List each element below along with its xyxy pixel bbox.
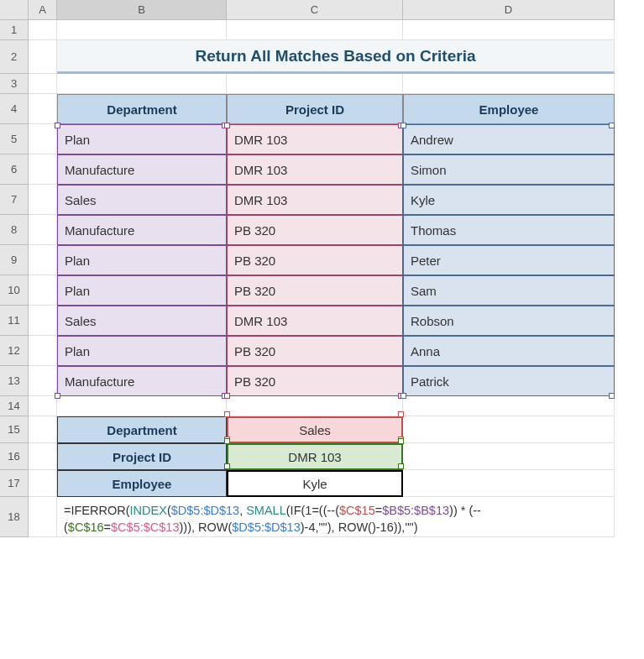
table-cell[interactable]: Sam (403, 275, 615, 306)
table-cell[interactable]: DMR 103 (227, 124, 403, 154)
row-header[interactable]: 11 (0, 306, 29, 336)
selection-handle-icon[interactable] (224, 123, 230, 128)
selection-handle-icon[interactable] (401, 393, 406, 399)
cell[interactable] (29, 94, 57, 124)
cell[interactable] (29, 275, 57, 306)
table-cell[interactable]: Kyle (403, 185, 615, 215)
cell[interactable] (403, 396, 615, 416)
table-cell[interactable]: Patrick (403, 366, 615, 396)
cell[interactable] (403, 443, 615, 470)
cell[interactable] (403, 74, 615, 94)
selection-handle-icon[interactable] (224, 463, 230, 469)
criteria-label-employee[interactable]: Employee (57, 470, 227, 497)
row-header[interactable]: 2 (0, 40, 29, 74)
cell[interactable] (29, 20, 57, 40)
table-cell[interactable]: Plan (57, 124, 227, 154)
cell[interactable] (227, 20, 403, 40)
row-header[interactable]: 5 (0, 124, 29, 154)
cell[interactable] (29, 366, 57, 396)
table-cell[interactable]: Plan (57, 336, 227, 366)
selection-handle-icon[interactable] (224, 393, 230, 399)
selection-handle-icon[interactable] (398, 438, 404, 444)
cell[interactable] (29, 215, 57, 245)
row-header[interactable]: 14 (0, 396, 29, 416)
criteria-value-employee[interactable]: Kyle (227, 470, 403, 497)
criteria-label-project-id[interactable]: Project ID (57, 443, 227, 470)
cell[interactable] (403, 416, 615, 443)
criteria-label-department[interactable]: Department (57, 416, 227, 443)
cell[interactable] (29, 185, 57, 215)
page-title[interactable]: Return All Matches Based on Criteria (57, 40, 615, 74)
table-header-project-id[interactable]: Project ID (227, 94, 403, 124)
row-header[interactable]: 9 (0, 245, 29, 275)
selection-handle-icon[interactable] (609, 123, 615, 128)
selection-handle-icon[interactable] (398, 463, 404, 469)
table-cell[interactable]: Sales (57, 185, 227, 215)
cell[interactable] (29, 306, 57, 336)
row-header[interactable]: 6 (0, 154, 29, 185)
cell[interactable] (227, 74, 403, 94)
table-header-employee[interactable]: Employee (403, 94, 615, 124)
table-cell[interactable]: Plan (57, 275, 227, 306)
table-cell[interactable]: Manufacture (57, 215, 227, 245)
cell[interactable] (227, 396, 403, 416)
table-cell[interactable]: PB 320 (227, 245, 403, 275)
table-cell[interactable]: Andrew (403, 124, 615, 154)
table-cell[interactable]: Simon (403, 154, 615, 185)
row-header[interactable]: 18 (0, 497, 29, 537)
table-cell[interactable]: DMR 103 (227, 306, 403, 336)
row-header[interactable]: 4 (0, 94, 29, 124)
cell[interactable] (57, 396, 227, 416)
row-header[interactable]: 7 (0, 185, 29, 215)
cell[interactable] (29, 470, 57, 497)
selection-handle-icon[interactable] (609, 393, 615, 399)
col-header-a[interactable]: A (29, 0, 57, 20)
formula-bar-content[interactable]: =IFERROR(INDEX($D$5:$D$13, SMALL(IF(1=((… (57, 497, 615, 537)
selection-handle-icon[interactable] (55, 123, 60, 128)
table-cell[interactable]: PB 320 (227, 366, 403, 396)
table-cell[interactable]: Peter (403, 245, 615, 275)
col-header-c[interactable]: C (227, 0, 403, 20)
table-cell[interactable]: Robson (403, 306, 615, 336)
cell[interactable] (29, 416, 57, 443)
selection-handle-icon[interactable] (224, 411, 230, 417)
selection-handle-icon[interactable] (55, 393, 60, 399)
row-header[interactable]: 3 (0, 74, 29, 94)
row-header[interactable]: 10 (0, 275, 29, 306)
row-header[interactable]: 13 (0, 366, 29, 396)
cell[interactable] (29, 336, 57, 366)
table-cell[interactable]: Thomas (403, 215, 615, 245)
table-cell[interactable]: Manufacture (57, 366, 227, 396)
table-cell[interactable]: PB 320 (227, 336, 403, 366)
cell[interactable] (57, 74, 227, 94)
table-cell[interactable]: PB 320 (227, 215, 403, 245)
row-header[interactable]: 8 (0, 215, 29, 245)
table-cell[interactable]: Manufacture (57, 154, 227, 185)
criteria-value-department[interactable]: Sales (227, 416, 403, 443)
row-header[interactable]: 12 (0, 336, 29, 366)
row-header[interactable]: 17 (0, 470, 29, 497)
table-cell[interactable]: PB 320 (227, 275, 403, 306)
corner-select-all[interactable] (0, 0, 29, 20)
cell[interactable] (29, 40, 57, 74)
table-cell[interactable]: DMR 103 (227, 185, 403, 215)
cell[interactable] (29, 124, 57, 154)
cell[interactable] (29, 497, 57, 537)
row-header[interactable]: 1 (0, 20, 29, 40)
cell[interactable] (57, 20, 227, 40)
table-cell[interactable]: DMR 103 (227, 154, 403, 185)
criteria-value-project-id[interactable]: DMR 103 (227, 443, 403, 470)
selection-handle-icon[interactable] (401, 123, 406, 128)
cell[interactable] (29, 396, 57, 416)
cell[interactable] (29, 443, 57, 470)
selection-handle-icon[interactable] (398, 411, 404, 417)
cell[interactable] (403, 20, 615, 40)
row-header[interactable]: 16 (0, 443, 29, 470)
cell[interactable] (29, 74, 57, 94)
selection-handle-icon[interactable] (224, 438, 230, 444)
table-cell[interactable]: Sales (57, 306, 227, 336)
cell[interactable] (29, 154, 57, 185)
row-header[interactable]: 15 (0, 416, 29, 443)
col-header-d[interactable]: D (403, 0, 615, 20)
table-cell[interactable]: Plan (57, 245, 227, 275)
